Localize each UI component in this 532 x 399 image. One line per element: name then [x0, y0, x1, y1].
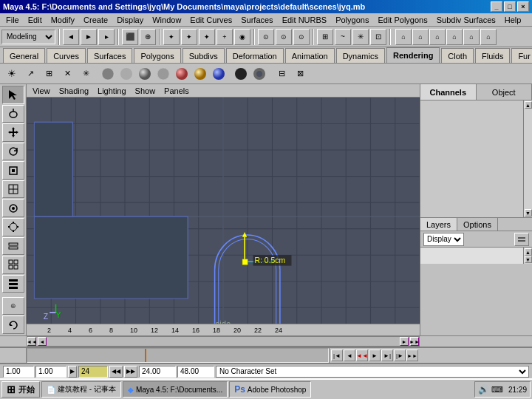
- x-icon[interactable]: ✕: [58, 65, 76, 83]
- timeline-track[interactable]: [27, 348, 329, 363]
- tb-btn-9[interactable]: +: [216, 29, 233, 45]
- tb-extra-1[interactable]: ⌂: [395, 29, 412, 45]
- tb-btn-4[interactable]: ⬛: [122, 29, 138, 45]
- minimize-button[interactable]: _: [491, 1, 502, 12]
- arrow-icon[interactable]: ↗: [21, 65, 39, 83]
- btn-next-frame[interactable]: ►|: [381, 349, 393, 361]
- menu-edit-nurbs[interactable]: Edit NURBS: [278, 15, 332, 25]
- tool-grid-plus[interactable]: [2, 256, 24, 274]
- taskbar-notepad[interactable]: 📄 建筑教程 - 记事本: [41, 381, 121, 398]
- tool-lasso[interactable]: [2, 105, 24, 123]
- tab-animation[interactable]: Animation: [285, 48, 335, 63]
- shading-wire[interactable]: [99, 65, 117, 83]
- start-button[interactable]: ⊞ 开始: [1, 381, 40, 398]
- layers-mode-select[interactable]: Display Render Anim: [423, 233, 464, 246]
- shading-full[interactable]: [210, 65, 228, 83]
- asterisk-icon[interactable]: ✳: [77, 65, 95, 83]
- tb-btn-13[interactable]: ⊙: [293, 29, 310, 45]
- menu-edit[interactable]: Edit: [24, 15, 47, 25]
- tab-fluids[interactable]: Fluids: [475, 48, 510, 63]
- mode-select[interactable]: Modeling Animation Dynamics Rendering: [1, 30, 55, 44]
- shading-color[interactable]: [173, 65, 191, 83]
- menu-create[interactable]: Create: [79, 15, 112, 25]
- status-field-5[interactable]: 48.00: [177, 366, 214, 378]
- tool-undo-rotate[interactable]: [2, 316, 24, 334]
- menu-help[interactable]: Help: [500, 15, 526, 25]
- tb-btn-3[interactable]: ▸: [98, 29, 115, 45]
- tb-extra-5[interactable]: ⌂: [463, 29, 480, 45]
- tab-channels[interactable]: Channels: [420, 84, 477, 100]
- tool-show-manip[interactable]: [2, 218, 24, 236]
- tab-layers[interactable]: Layers: [420, 218, 457, 231]
- character-set-select[interactable]: No Character Set: [216, 366, 529, 378]
- layers-scroll-up[interactable]: ▲: [525, 248, 532, 256]
- shading-texture[interactable]: [191, 65, 209, 83]
- btn-loop[interactable]: ►►: [406, 349, 418, 361]
- tb-btn-1[interactable]: ◄: [63, 29, 79, 45]
- menu-window[interactable]: Window: [148, 15, 185, 25]
- status-btn-2[interactable]: ◀◀: [109, 366, 123, 378]
- tool-transform[interactable]: [2, 180, 24, 199]
- tool-frame-all[interactable]: ⊕: [2, 297, 24, 316]
- tab-general[interactable]: General: [3, 48, 45, 63]
- btn-play-backward[interactable]: ◄◄: [356, 349, 368, 361]
- tool-sculpt[interactable]: [2, 199, 24, 217]
- maximize-button[interactable]: □: [504, 1, 516, 12]
- tab-dynamics[interactable]: Dynamics: [336, 48, 385, 63]
- tool-layers[interactable]: [2, 237, 24, 256]
- channels-scrollbar[interactable]: ▲ ▼: [523, 100, 532, 217]
- status-field-3[interactable]: 24: [78, 366, 108, 378]
- grid-icon[interactable]: ⊞: [40, 65, 58, 83]
- tb-btn-6[interactable]: ✦: [163, 29, 180, 45]
- tb-extra-3[interactable]: ⌂: [429, 29, 446, 45]
- tab-fur[interactable]: Fur: [511, 48, 532, 63]
- tb-btn-11[interactable]: ⊙: [258, 29, 274, 45]
- menu-subdiv[interactable]: Subdiv Surfaces: [432, 15, 500, 25]
- render-options[interactable]: ⊠: [291, 65, 309, 83]
- tool-scale[interactable]: [2, 161, 24, 180]
- vp-menu-lighting[interactable]: Lighting: [95, 86, 129, 95]
- render-region[interactable]: ⊟: [273, 65, 290, 83]
- btn-go-end[interactable]: |►: [394, 349, 406, 361]
- sun-icon[interactable]: ☀: [3, 65, 21, 83]
- 3d-viewport[interactable]: R: 0.5cm side Y Z 2 4 6 8 10 12 1: [27, 98, 420, 335]
- layers-btn-1[interactable]: [514, 233, 529, 246]
- tb-btn-2[interactable]: ►: [81, 29, 97, 45]
- menu-display[interactable]: Display: [112, 15, 148, 25]
- status-btn-1[interactable]: ▶: [68, 366, 77, 378]
- tab-surfaces[interactable]: Surfaces: [87, 48, 132, 63]
- tool-select[interactable]: [2, 86, 24, 104]
- tab-options[interactable]: Options: [457, 218, 498, 231]
- menu-surfaces[interactable]: Surfaces: [236, 15, 277, 25]
- tb-extra-6[interactable]: ⌂: [480, 29, 497, 45]
- status-field-4[interactable]: 24.00: [139, 366, 176, 378]
- tool-grid-minus[interactable]: [2, 275, 24, 293]
- tb-btn-10[interactable]: ◉: [234, 29, 250, 45]
- timeline-scroll-track[interactable]: ◄◄ ◄ ► ►►: [27, 336, 420, 347]
- tb-snap-grid[interactable]: ⊞: [317, 29, 333, 45]
- hscroll-left[interactable]: ◄◄: [27, 337, 36, 346]
- tool-rotate[interactable]: [2, 143, 24, 161]
- tb-btn-5[interactable]: ⊕: [140, 29, 156, 45]
- tb-snap-view[interactable]: ⊡: [370, 29, 386, 45]
- shading-smooth[interactable]: [136, 65, 154, 83]
- btn-go-start[interactable]: |◄: [331, 349, 343, 361]
- tb-btn-12[interactable]: ⊙: [276, 29, 292, 45]
- menu-edit-curves[interactable]: Edit Curves: [185, 15, 236, 25]
- tb-snap-curve[interactable]: ~: [335, 29, 351, 45]
- tab-object[interactable]: Object: [477, 84, 533, 100]
- btn-play[interactable]: ►: [369, 349, 381, 361]
- hscroll-right[interactable]: ►: [400, 337, 409, 346]
- vp-menu-panels[interactable]: Panels: [161, 86, 192, 95]
- shading-flat[interactable]: [117, 65, 135, 83]
- taskbar-photoshop[interactable]: Ps Adobe Photoshop: [229, 381, 311, 398]
- menu-file[interactable]: File: [1, 15, 24, 25]
- tb-extra-2[interactable]: ⌂: [412, 29, 429, 45]
- scroll-down[interactable]: ▼: [525, 209, 532, 216]
- layers-scroll-down[interactable]: ▼: [525, 256, 532, 263]
- vp-menu-view[interactable]: View: [30, 86, 53, 95]
- close-button[interactable]: ×: [517, 1, 529, 12]
- shading-wire2[interactable]: [154, 65, 172, 83]
- tab-deformation[interactable]: Deformation: [226, 48, 284, 63]
- tb-extra-4[interactable]: ⌂: [446, 29, 463, 45]
